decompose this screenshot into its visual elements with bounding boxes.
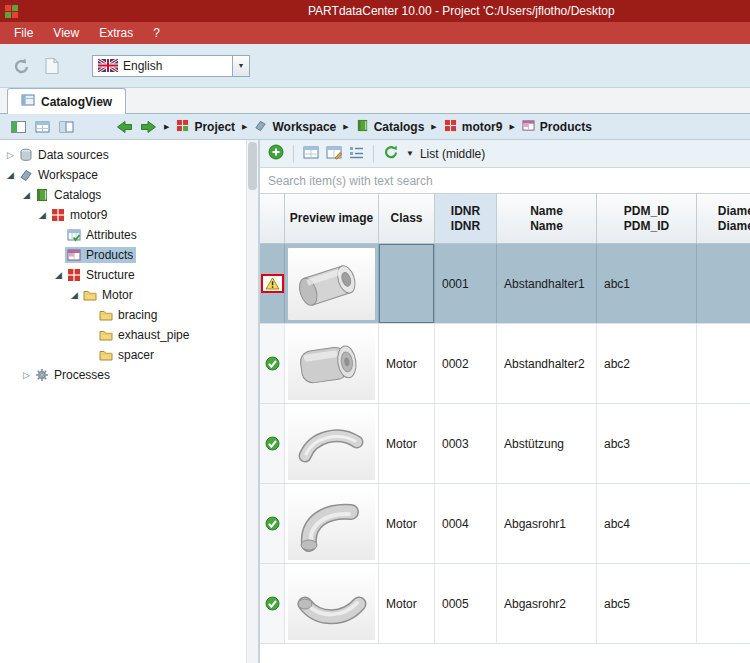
refresh-icon[interactable] — [383, 144, 399, 163]
tree-scrollbar[interactable] — [246, 140, 258, 663]
view-table-icon[interactable] — [30, 116, 54, 138]
view-mode-label: List (middle) — [420, 147, 485, 161]
tree-item-products[interactable]: Products — [0, 245, 246, 265]
search-input[interactable] — [260, 168, 750, 193]
header-name[interactable]: NameName — [497, 194, 597, 243]
header-idnr[interactable]: IDNRIDNR — [435, 194, 497, 243]
header-diameter[interactable]: DiameterDiameter — [697, 194, 750, 243]
view-split-icon[interactable] — [54, 116, 78, 138]
breadcrumb-motor9[interactable]: motor9 — [441, 119, 506, 135]
header-class[interactable]: Class — [379, 194, 435, 243]
breadcrumb-separator-icon: ▶ — [242, 123, 247, 131]
list-view-icon[interactable] — [349, 145, 364, 162]
new-document-icon[interactable] — [38, 52, 66, 80]
tree-item-data-sources[interactable]: ▷ Data sources — [0, 145, 246, 165]
open-table-icon[interactable] — [303, 145, 319, 163]
header-pdm-id[interactable]: PDM_IDPDM_ID — [597, 194, 697, 243]
tree-label: Catalogs — [54, 188, 101, 202]
tree-item-motor[interactable]: ◢ Motor — [0, 285, 246, 305]
tree-label: motor9 — [70, 208, 107, 222]
back-arrow-icon[interactable] — [112, 116, 136, 138]
status-ok-icon — [265, 356, 280, 371]
expander-expanded-icon[interactable]: ◢ — [4, 170, 17, 180]
toggle-tree-panel-icon[interactable] — [6, 116, 30, 138]
expander-expanded-icon[interactable]: ◢ — [36, 210, 49, 220]
tab-catalog-view[interactable]: CatalogView — [7, 88, 126, 114]
tree-item-attributes[interactable]: Attributes — [0, 225, 246, 245]
menubar: File View Extras ? — [0, 22, 750, 44]
part-preview-pipe — [288, 568, 375, 640]
header-preview-image[interactable]: Preview image — [285, 194, 379, 243]
tree-item-motor9[interactable]: ◢ motor9 — [0, 205, 246, 225]
app-logo-icon — [5, 5, 18, 18]
view-mode-dropdown[interactable]: ▼ List (middle) — [406, 147, 485, 161]
uk-flag-icon — [98, 59, 118, 72]
tree-item-bracing[interactable]: bracing — [0, 305, 246, 325]
tree-label: spacer — [118, 348, 154, 362]
table-row[interactable]: 0001 Abstandhalter1 abc1 — [260, 244, 750, 324]
scrollbar-thumb[interactable] — [248, 142, 257, 190]
tree-item-spacer[interactable]: spacer — [0, 345, 246, 365]
add-item-icon[interactable] — [268, 144, 284, 163]
tree-item-catalogs[interactable]: ◢ Catalogs — [0, 185, 246, 205]
workspace-icon — [18, 168, 34, 182]
pdm-id-cell: abc5 — [597, 564, 697, 643]
main-area: ▷ Data sources ◢ Workspace ◢ Catalogs ◢ — [0, 140, 750, 663]
expander-expanded-icon[interactable]: ◢ — [68, 290, 81, 300]
undo-icon[interactable] — [8, 52, 36, 80]
row-status-cell — [260, 564, 285, 643]
preview-cell — [285, 404, 379, 483]
table-row[interactable]: Motor 0004 Abgasrohr1 abc4 — [260, 484, 750, 564]
idnr-cell: 0003 — [435, 404, 497, 483]
tree-item-exhaust-pipe[interactable]: exhaust_pipe — [0, 325, 246, 345]
expander-collapsed-icon[interactable]: ▷ — [4, 150, 17, 160]
tree-item-structure[interactable]: ◢ Structure — [0, 265, 246, 285]
products-icon — [66, 248, 82, 262]
tree-item-workspace[interactable]: ◢ Workspace — [0, 165, 246, 185]
language-dropdown-button[interactable]: ▼ — [232, 56, 249, 76]
catalogs-icon — [356, 119, 369, 135]
catalog-icon — [50, 208, 66, 222]
folder-icon — [98, 328, 114, 342]
breadcrumb-label: Catalogs — [374, 120, 425, 134]
breadcrumb-separator-icon: ▶ — [431, 123, 436, 131]
idnr-cell: 0001 — [435, 244, 497, 323]
idnr-cell: 0004 — [435, 484, 497, 563]
table-row[interactable]: Motor 0005 Abgasrohr2 abc5 — [260, 564, 750, 644]
diameter-cell — [697, 404, 750, 483]
name-cell: Abstandhalter2 — [497, 324, 597, 403]
status-ok-icon — [265, 596, 280, 611]
edit-table-icon[interactable] — [326, 145, 342, 163]
idnr-cell: 0002 — [435, 324, 497, 403]
table-row[interactable]: Motor 0002 Abstandhalter2 abc2 — [260, 324, 750, 404]
expander-collapsed-icon[interactable]: ▷ — [20, 370, 33, 380]
processes-gear-icon — [34, 368, 50, 382]
breadcrumb-workspace[interactable]: Workspace — [251, 119, 339, 135]
menu-view[interactable]: View — [43, 22, 89, 44]
breadcrumb-project[interactable]: Project — [173, 119, 238, 135]
menu-extras[interactable]: Extras — [89, 22, 143, 44]
tree-label: bracing — [118, 308, 157, 322]
breadcrumb-products[interactable]: Products — [519, 119, 595, 135]
class-cell: Motor — [379, 324, 435, 403]
tree-label: Products — [86, 248, 133, 262]
table-row[interactable]: Motor 0003 Abstützung abc3 — [260, 404, 750, 484]
diameter-cell — [697, 484, 750, 563]
forward-arrow-icon[interactable] — [136, 116, 160, 138]
catalog-view-icon — [21, 93, 35, 110]
breadcrumb-root-chevron-icon[interactable]: ▶ — [164, 123, 169, 131]
expander-expanded-icon[interactable]: ◢ — [20, 190, 33, 200]
database-icon — [18, 148, 34, 162]
tree-item-processes[interactable]: ▷ Processes — [0, 365, 246, 385]
expander-expanded-icon[interactable]: ◢ — [52, 270, 65, 280]
class-cell — [379, 244, 435, 323]
menu-help[interactable]: ? — [143, 22, 170, 44]
breadcrumb-catalogs[interactable]: Catalogs — [353, 119, 428, 135]
products-panel: ▼ List (middle) Preview image Class — [260, 140, 750, 663]
chevron-down-icon: ▼ — [406, 149, 414, 158]
header-status-column[interactable] — [260, 194, 285, 243]
language-combobox[interactable]: English ▼ — [92, 55, 250, 77]
row-status-cell — [260, 324, 285, 403]
menu-file[interactable]: File — [4, 22, 43, 44]
row-status-cell — [260, 484, 285, 563]
